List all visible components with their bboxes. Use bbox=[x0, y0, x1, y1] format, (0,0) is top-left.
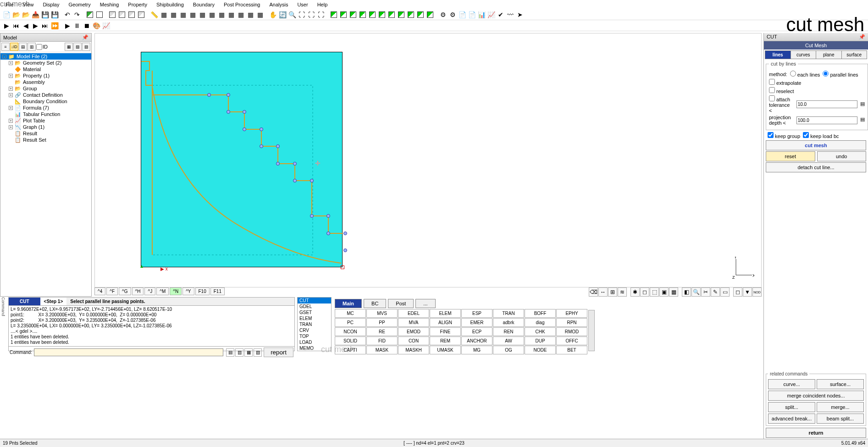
proj-depth-picker-icon[interactable]: ▤ bbox=[860, 116, 865, 124]
cmd-fid[interactable]: FID bbox=[366, 337, 398, 345]
prev-icon[interactable]: ◀ bbox=[21, 21, 30, 30]
first-icon[interactable]: ⏮ bbox=[11, 21, 21, 30]
vt-grid-icon[interactable]: ⊞ bbox=[608, 287, 617, 297]
new-icon[interactable]: 📄 bbox=[2, 10, 11, 19]
open2-icon[interactable]: 📂 bbox=[21, 10, 30, 19]
c8-icon[interactable] bbox=[397, 10, 406, 19]
pt-id[interactable]: ↓ID bbox=[10, 43, 18, 51]
reset-button[interactable]: reset bbox=[766, 151, 815, 161]
fkey-^H[interactable]: ^H bbox=[132, 287, 144, 295]
mesh-node[interactable] bbox=[276, 144, 280, 148]
mesh-node[interactable] bbox=[207, 93, 211, 97]
graph-icon[interactable]: 📈 bbox=[101, 21, 111, 30]
cmd-boff[interactable]: BOFF bbox=[525, 309, 556, 318]
menu-shipbuilding[interactable]: Shipbuilding bbox=[152, 1, 188, 8]
grid8-icon[interactable]: ▦ bbox=[227, 10, 236, 19]
pan-icon[interactable]: ✋ bbox=[268, 10, 277, 19]
fkey-^F[interactable]: ^F bbox=[106, 287, 118, 295]
cube-icon[interactable]: 🎨 bbox=[92, 21, 101, 30]
cmd-esp[interactable]: ESP bbox=[461, 309, 492, 318]
gear-icon[interactable]: ⚙ bbox=[438, 10, 448, 19]
grid4-icon[interactable]: ▦ bbox=[188, 10, 197, 19]
cmd-mva[interactable]: MVA bbox=[398, 318, 429, 327]
grid1-icon[interactable]: ▦ bbox=[159, 10, 168, 19]
tab-post[interactable]: Post bbox=[388, 299, 414, 308]
c5-icon[interactable] bbox=[368, 10, 377, 19]
report-button[interactable]: report bbox=[264, 348, 293, 357]
check-icon[interactable]: ✔ bbox=[496, 10, 505, 19]
mesh-node[interactable] bbox=[310, 179, 314, 182]
cmd-ephy[interactable]: EPHY bbox=[556, 309, 587, 318]
fit3-icon[interactable]: ⛶ bbox=[316, 10, 326, 19]
mesh-node[interactable] bbox=[243, 110, 246, 114]
cb-1-icon[interactable]: ▤ bbox=[226, 348, 234, 357]
tree-item[interactable]: +📂Group bbox=[0, 85, 91, 92]
cmd-emod[interactable]: EMOD bbox=[398, 327, 429, 336]
usermenu-gdel[interactable]: GDEL bbox=[298, 304, 331, 309]
vt-eraser-icon[interactable]: ⌫ bbox=[589, 287, 598, 297]
grid2-icon[interactable]: ▦ bbox=[169, 10, 178, 19]
fit2-icon[interactable]: ⛶ bbox=[307, 10, 316, 19]
last-icon[interactable]: ⏭ bbox=[40, 21, 50, 30]
command-input[interactable] bbox=[34, 348, 223, 356]
cmd-dup[interactable]: DUP bbox=[525, 337, 556, 345]
cb-2-icon[interactable]: ▥ bbox=[235, 348, 243, 357]
rel-surface-button[interactable]: surface... bbox=[817, 379, 864, 389]
c10-icon[interactable] bbox=[416, 10, 425, 19]
vt-m1-icon[interactable]: ◧ bbox=[682, 287, 691, 297]
mesh-node[interactable] bbox=[227, 93, 230, 97]
vt-sel2-icon[interactable]: ⬚ bbox=[650, 287, 659, 297]
menu-user[interactable]: User bbox=[293, 1, 312, 8]
pt-r3[interactable]: ▨ bbox=[82, 43, 90, 51]
menu-analysis[interactable]: Analysis bbox=[265, 1, 293, 8]
cut-tab-lines[interactable]: lines bbox=[765, 51, 791, 59]
cmd-re[interactable]: RE bbox=[366, 327, 398, 336]
cmd-chk[interactable]: CHK bbox=[525, 327, 556, 336]
mesh-node[interactable] bbox=[293, 162, 297, 166]
c6-icon[interactable] bbox=[377, 10, 387, 19]
fit-icon[interactable]: ⛶ bbox=[297, 10, 306, 19]
cmd-con[interactable]: CON bbox=[398, 337, 429, 345]
cut-mesh-button[interactable]: cut mesh bbox=[766, 140, 866, 150]
vt-e1-icon[interactable]: ◻ bbox=[733, 287, 742, 297]
menu-boundary[interactable]: Boundary bbox=[188, 1, 219, 8]
cmd-aw[interactable]: AW bbox=[493, 337, 524, 345]
user-menu-list[interactable]: CUTGDELGSETELEMTRANCRVTOPLOADMEMOSAVEAS bbox=[297, 297, 332, 351]
cmd-emer[interactable]: EMER bbox=[461, 318, 492, 327]
next-icon[interactable]: ▶ bbox=[31, 21, 40, 30]
redo-icon[interactable]: ↷ bbox=[72, 10, 82, 19]
cmd-adbrk[interactable]: adbrk bbox=[493, 318, 524, 327]
doc2-icon[interactable]: 📄 bbox=[467, 10, 476, 19]
c9-icon[interactable] bbox=[406, 10, 415, 19]
arrow-icon[interactable]: ➤ bbox=[515, 10, 525, 19]
vt-sel3-icon[interactable]: ▣ bbox=[659, 287, 669, 297]
mesh-node[interactable] bbox=[343, 248, 347, 252]
fkey-^N[interactable]: ^N bbox=[170, 287, 182, 295]
checkbox-keep-group[interactable]: keep group bbox=[768, 132, 800, 139]
vt-star-icon[interactable]: ✱ bbox=[630, 287, 640, 297]
fkey-^G[interactable]: ^G bbox=[119, 287, 131, 295]
vt-m3-icon[interactable]: ✂ bbox=[701, 287, 710, 297]
tree-item[interactable]: 📊Tabular Function bbox=[0, 111, 91, 117]
radio-parallel-lines[interactable]: parallel lines bbox=[823, 71, 858, 77]
rel-split-button[interactable]: split... bbox=[768, 402, 815, 412]
zoom-icon[interactable]: 🔍 bbox=[287, 10, 297, 19]
return-button[interactable]: return bbox=[766, 428, 866, 438]
c1-icon[interactable] bbox=[329, 10, 338, 19]
rotate-icon[interactable]: 🔄 bbox=[278, 10, 287, 19]
menu-meshing[interactable]: Meshing bbox=[95, 1, 124, 8]
fkey-^4[interactable]: ^4 bbox=[94, 287, 105, 295]
tab-bc[interactable]: BC bbox=[364, 299, 386, 308]
cmd-maskh[interactable]: MASKH bbox=[398, 346, 429, 354]
vt-layers-icon[interactable]: ≋ bbox=[618, 287, 627, 297]
cmd-pc[interactable]: PC bbox=[335, 318, 366, 327]
pt-r1[interactable]: ▦ bbox=[65, 43, 73, 51]
usermenu-crv[interactable]: CRV bbox=[298, 327, 331, 333]
proj-depth-input[interactable] bbox=[796, 116, 857, 124]
tree-item[interactable]: 📂Assembly bbox=[0, 79, 91, 85]
vt-1-icon[interactable]: ↔ bbox=[598, 287, 608, 297]
cmd-mask[interactable]: MASK bbox=[366, 346, 398, 354]
grid9-icon[interactable]: ▦ bbox=[236, 10, 245, 19]
mesh-node[interactable] bbox=[260, 127, 263, 131]
stop-icon[interactable]: ⏹ bbox=[82, 21, 91, 30]
